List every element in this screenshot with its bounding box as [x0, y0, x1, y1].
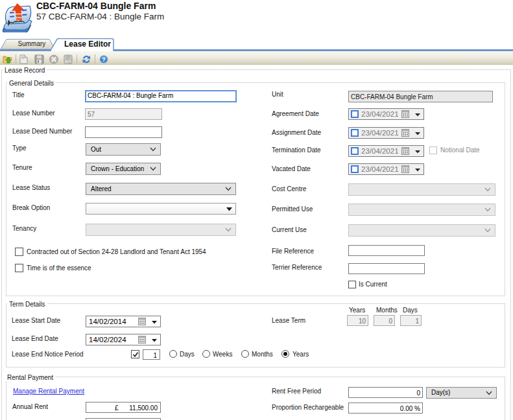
svg-text:Lease Editor: Lease Editor — [64, 40, 111, 49]
svg-text:?: ? — [102, 56, 106, 63]
svg-text:Summary: Summary — [18, 40, 46, 47]
